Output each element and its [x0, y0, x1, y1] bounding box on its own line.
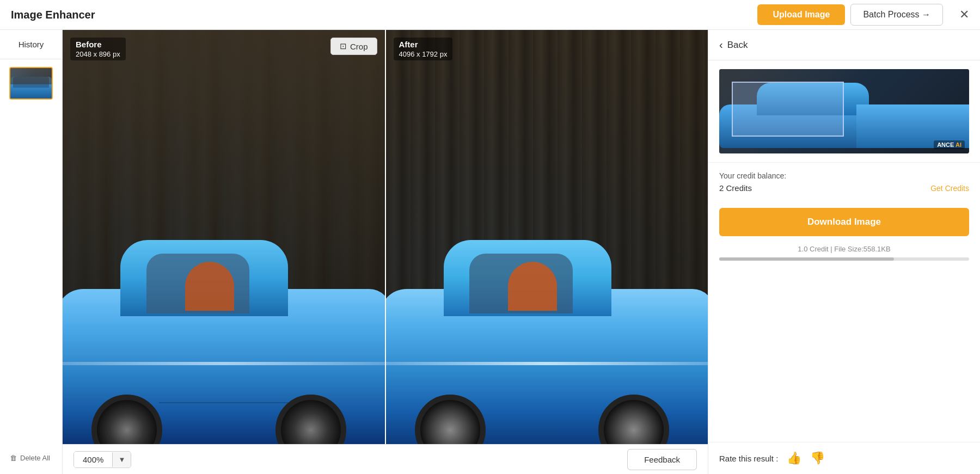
door-line — [159, 402, 288, 403]
before-dimensions: 2048 x 896 px — [76, 50, 120, 58]
after-title: After — [399, 40, 448, 49]
file-info: 1.0 Credit | File Size:558.1KB — [708, 245, 980, 253]
history-thumbnail[interactable] — [9, 67, 53, 100]
header-actions: Upload Image Batch Process → ✕ — [757, 4, 969, 26]
after-image — [386, 30, 708, 474]
after-person-shirt — [508, 262, 557, 311]
get-credits-link[interactable]: Get Credits — [930, 184, 969, 193]
trash-icon: 🗑 — [10, 454, 17, 462]
after-chrome-trim — [386, 362, 708, 365]
sidebar: History 🗑 Delete All — [0, 30, 63, 474]
watermark-prefix: ANCE — [937, 141, 955, 148]
close-button[interactable]: ✕ — [959, 8, 969, 22]
person-shirt — [185, 262, 234, 311]
after-panel: After 4096 x 1792 px — [386, 30, 708, 474]
thumbs-down-button[interactable]: 👎 — [810, 451, 825, 465]
before-label: Before 2048 x 896 px — [70, 38, 126, 60]
thumbs-down-icon: 👎 — [810, 451, 825, 465]
credit-row: 2 Credits Get Credits — [719, 183, 969, 193]
delete-all-label: Delete All — [20, 454, 50, 462]
before-title: Before — [76, 40, 120, 49]
main-layout: History 🗑 Delete All Before 2048 x 896 p… — [0, 30, 980, 474]
delete-all-button[interactable]: 🗑 Delete All — [10, 454, 50, 462]
app-title: Image Enhancer — [11, 9, 95, 21]
credit-section: Your credit balance: 2 Credits Get Credi… — [708, 162, 980, 201]
thumbs-up-button[interactable]: 👍 — [787, 451, 801, 465]
bottom-bar: 400% ▼ Feedback — [63, 444, 708, 474]
right-panel: ‹ Back ANCE AI — [708, 30, 980, 474]
scrollbar-thumb — [719, 257, 894, 261]
crop-button[interactable]: ⊡ Crop — [330, 38, 377, 55]
scrollbar[interactable] — [719, 257, 969, 261]
after-dimensions: 4096 x 1792 px — [399, 50, 448, 58]
minimap[interactable]: ANCE AI — [719, 69, 969, 153]
zoom-arrow[interactable]: ▼ — [112, 452, 131, 467]
upload-image-button[interactable]: Upload Image — [757, 4, 845, 25]
image-compare-area: Before 2048 x 896 px ⊡ Crop — [63, 30, 708, 474]
after-label: After 4096 x 1792 px — [394, 38, 453, 60]
thumbnail-bg — [10, 68, 52, 84]
minimap-image: ANCE AI — [719, 69, 969, 153]
before-panel: Before 2048 x 896 px ⊡ Crop — [63, 30, 386, 474]
watermark-text: ANCE AI — [937, 141, 961, 148]
right-panel-header: ‹ Back — [708, 30, 980, 60]
back-button[interactable]: Back — [727, 40, 748, 51]
chrome-trim — [63, 362, 385, 365]
app-header: Image Enhancer Upload Image Batch Proces… — [0, 0, 980, 30]
zoom-control: 400% ▼ — [74, 451, 131, 468]
feedback-button[interactable]: Feedback — [627, 449, 697, 470]
credit-label: Your credit balance: — [719, 171, 969, 180]
credit-amount: 2 Credits — [719, 183, 752, 193]
crop-icon: ⊡ — [340, 41, 347, 51]
watermark-ai: AI — [955, 141, 961, 148]
rate-label: Rate this result : — [719, 454, 778, 463]
minimap-selection-box[interactable] — [732, 82, 844, 137]
download-image-button[interactable]: Download Image — [719, 208, 969, 236]
crop-label: Crop — [350, 42, 368, 51]
batch-process-button[interactable]: Batch Process → — [850, 4, 943, 26]
thumbs-up-icon: 👍 — [787, 451, 801, 465]
sidebar-item-history[interactable]: History — [0, 30, 62, 59]
thumbnail-image — [10, 68, 52, 99]
zoom-value: 400% — [74, 452, 112, 467]
minimap-watermark: ANCE AI — [934, 140, 965, 149]
before-image — [63, 30, 385, 474]
back-arrow-icon[interactable]: ‹ — [719, 39, 723, 51]
rate-section: Rate this result : 👍 👎 — [708, 442, 980, 474]
